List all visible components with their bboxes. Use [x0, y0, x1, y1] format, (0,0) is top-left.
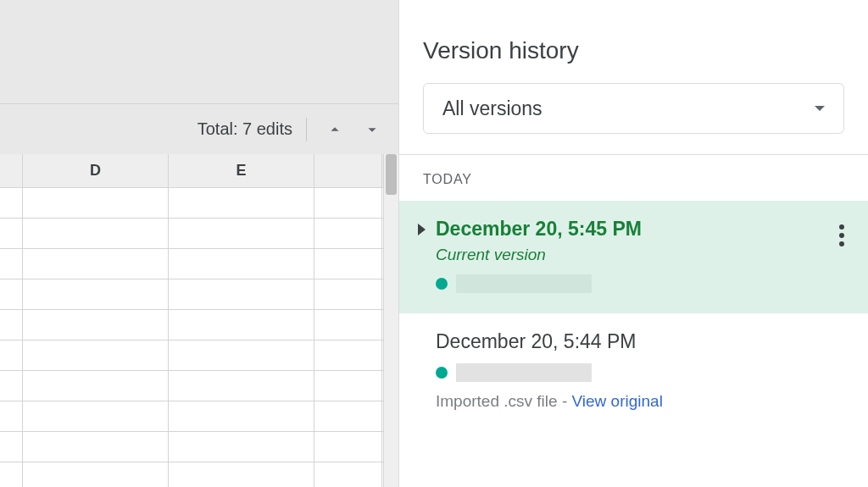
table-row[interactable]: [0, 249, 398, 279]
author-name: [456, 363, 592, 382]
more-options-button[interactable]: [834, 219, 849, 252]
author-name: [456, 274, 592, 293]
next-edit-button[interactable]: [358, 115, 387, 144]
version-item-current[interactable]: December 20, 5:45 PM Current version: [399, 201, 868, 313]
panel-title: Version history: [399, 0, 868, 83]
column-headers: D E: [0, 154, 398, 188]
edits-bar: Total: 7 edits: [0, 103, 398, 154]
version-note: Imported .csv file - View original: [436, 392, 849, 411]
table-row[interactable]: [0, 401, 398, 432]
view-original-link[interactable]: View original: [572, 392, 663, 410]
version-timestamp: December 20, 5:44 PM: [436, 330, 637, 353]
edits-count-label: Total: 7 edits: [198, 119, 292, 139]
version-subtitle: Current version: [436, 246, 849, 264]
spreadsheet-grid[interactable]: D E: [0, 154, 398, 487]
note-text: Imported .csv file -: [436, 392, 572, 410]
spreadsheet-area: Total: 7 edits D E: [0, 0, 398, 487]
table-row[interactable]: [0, 188, 398, 219]
dropdown-label: All versions: [442, 97, 542, 120]
top-spacer: [0, 0, 398, 103]
divider: [306, 118, 307, 141]
prev-edit-button[interactable]: [320, 115, 349, 144]
column-header-d[interactable]: D: [23, 154, 169, 187]
chevron-up-icon: [326, 120, 344, 139]
table-row[interactable]: [0, 279, 398, 310]
scrollbar[interactable]: [383, 154, 398, 487]
versions-filter-dropdown[interactable]: All versions: [423, 83, 844, 134]
section-label-today: TODAY: [399, 155, 868, 201]
table-row[interactable]: [0, 462, 398, 487]
version-author: [436, 274, 849, 293]
caret-down-icon: [815, 106, 825, 111]
table-row[interactable]: [0, 432, 398, 462]
column-header[interactable]: [0, 154, 23, 187]
rows: [0, 188, 398, 487]
table-row[interactable]: [0, 219, 398, 249]
version-timestamp: December 20, 5:45 PM: [436, 218, 642, 241]
version-author: [436, 363, 849, 382]
author-color-dot: [436, 278, 448, 290]
table-row[interactable]: [0, 371, 398, 401]
scrollbar-thumb[interactable]: [386, 154, 397, 195]
table-row[interactable]: [0, 310, 398, 340]
table-row[interactable]: [0, 340, 398, 371]
expand-arrow-icon[interactable]: [418, 224, 426, 235]
author-color-dot: [436, 367, 448, 379]
version-item[interactable]: December 20, 5:44 PM Imported .csv file …: [399, 313, 868, 431]
chevron-down-icon: [363, 120, 381, 139]
column-header-e[interactable]: E: [169, 154, 314, 187]
column-header[interactable]: [314, 154, 382, 187]
version-history-panel: Version history All versions TODAY Decem…: [398, 0, 868, 487]
